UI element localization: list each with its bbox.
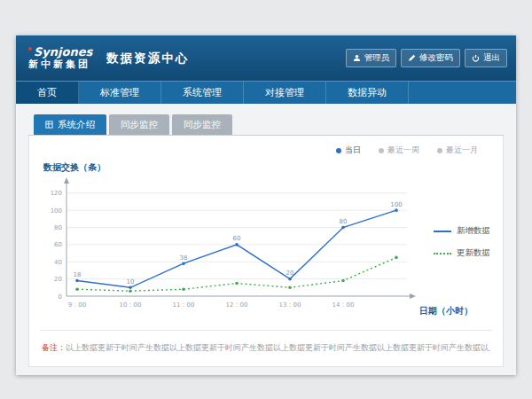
svg-text:14：00: 14：00 [332, 301, 355, 309]
legend-filter-today[interactable]: 当日 [336, 145, 361, 156]
remark-text: 以上数据更新于时间产生数据以上数据更新于时间产生数据以上数据更新于时间产生数据以… [66, 343, 490, 352]
series-legend-update-data[interactable]: 更新数据 [434, 247, 490, 259]
svg-text:11：00: 11：00 [173, 301, 195, 309]
svg-text:100: 100 [51, 207, 62, 215]
svg-text:60: 60 [233, 235, 241, 242]
svg-text:120: 120 [51, 190, 62, 197]
logo-mark-icon [28, 47, 32, 51]
admin-button[interactable]: 管理员 [346, 49, 397, 67]
tab-label: 同步监控 [121, 119, 158, 131]
admin-button-label: 管理员 [364, 52, 390, 64]
x-axis-label: 日期（小时） [419, 305, 473, 317]
svg-text:20: 20 [286, 270, 294, 277]
nav-item-connection-mgmt[interactable]: 对接管理 [244, 82, 326, 104]
svg-text:80: 80 [340, 218, 348, 225]
legend-filter-last-week[interactable]: 最近一周 [379, 145, 419, 156]
line-swatch-icon [434, 231, 451, 232]
legend-filter-last-month[interactable]: 最近一月 [437, 145, 478, 156]
tab-label: 同步监控 [184, 119, 221, 131]
svg-text:10：00: 10：00 [120, 301, 142, 309]
change-password-button[interactable]: 修改密码 [401, 49, 460, 67]
logo-subtext: 新中新集团 [28, 59, 92, 71]
line-chart: 0204060801001209：0010：0011：0012：0013：001… [38, 176, 419, 321]
svg-text:38: 38 [180, 254, 188, 262]
svg-text:100: 100 [390, 201, 402, 208]
app-window: Synjones 新中新集团 数据资源中心 管理员 修改密码 退出 首页 标准管… [16, 35, 516, 375]
svg-text:13：00: 13：00 [279, 301, 301, 309]
svg-text:40: 40 [54, 259, 62, 266]
tab-label: 系统介绍 [58, 119, 95, 131]
svg-text:10: 10 [127, 278, 135, 286]
edit-icon [408, 54, 416, 62]
nav-item-home[interactable]: 首页 [16, 82, 79, 104]
series-legend-new-data[interactable]: 新增数据 [434, 225, 490, 237]
logo-text: Synjones [34, 45, 92, 59]
logout-button-label: 退出 [483, 52, 500, 64]
page-title: 数据资源中心 [106, 51, 189, 66]
logo: Synjones 新中新集团 [28, 46, 92, 71]
content-panel: 当日 最近一周 最近一月 数据交换（条） 0204060801001209：00… [28, 136, 504, 367]
grid-icon [45, 121, 53, 129]
content: 系统介绍 同步监控 同步监控 当日 最近一周 最近一月 数据交换（条） 0204… [16, 104, 516, 367]
line-chart-svg: 0204060801001209：0010：0011：0012：0013：001… [38, 176, 419, 317]
power-icon [472, 54, 480, 62]
nav-item-standard-mgmt[interactable]: 标准管理 [79, 82, 161, 104]
dot-icon [437, 148, 442, 153]
svg-text:20: 20 [54, 276, 62, 283]
y-axis-label: 数据交换（条） [29, 156, 503, 176]
svg-text:9：00: 9：00 [68, 301, 86, 309]
remark-label: 备注： [42, 343, 66, 352]
svg-text:60: 60 [54, 241, 62, 248]
chart-area: 0204060801001209：0010：0011：0012：0013：001… [29, 176, 503, 321]
app-header: Synjones 新中新集团 数据资源中心 管理员 修改密码 退出 [16, 35, 516, 81]
remark: 备注：以上数据更新于时间产生数据以上数据更新于时间产生数据以上数据更新于时间产生… [42, 331, 490, 354]
logout-button[interactable]: 退出 [465, 49, 507, 67]
svg-text:80: 80 [54, 224, 62, 231]
svg-text:12：00: 12：00 [226, 301, 248, 309]
user-icon [353, 54, 361, 62]
header-actions: 管理员 修改密码 退出 [346, 49, 508, 67]
nav-item-system-mgmt[interactable]: 系统管理 [161, 82, 244, 104]
main-nav: 首页 标准管理 系统管理 对接管理 数据异动 [16, 81, 516, 104]
svg-text:0: 0 [59, 293, 62, 301]
nav-item-data-change[interactable]: 数据异动 [326, 82, 409, 104]
chart-filter-legend: 当日 最近一周 最近一月 [29, 136, 503, 156]
dot-icon [379, 148, 384, 153]
line-swatch-icon [434, 253, 451, 254]
change-password-label: 修改密码 [419, 52, 453, 64]
dot-icon [336, 148, 341, 153]
tab-sync-monitor-1[interactable]: 同步监控 [109, 114, 169, 135]
tab-system-intro[interactable]: 系统介绍 [34, 114, 106, 135]
svg-text:18: 18 [74, 271, 82, 278]
tab-sync-monitor-2[interactable]: 同步监控 [172, 114, 232, 135]
tab-bar: 系统介绍 同步监控 同步监控 [28, 114, 504, 136]
